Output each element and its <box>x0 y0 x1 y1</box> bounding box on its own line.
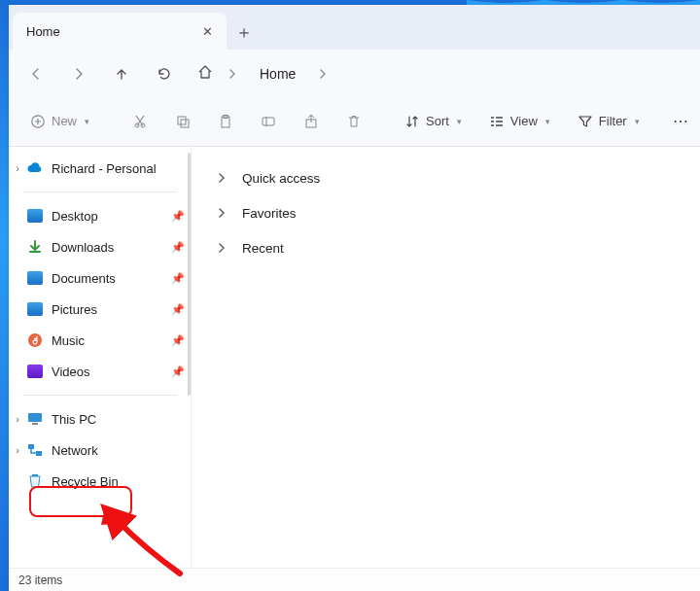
chevron-down-icon: ▾ <box>545 117 550 126</box>
download-icon <box>26 238 44 256</box>
sidebar-scrollbar[interactable] <box>188 153 191 396</box>
sidebar-item-label: Documents <box>52 271 116 286</box>
tab-close-icon[interactable]: ✕ <box>202 24 213 39</box>
chevron-right-icon[interactable] <box>215 173 228 183</box>
copy-icon <box>175 114 191 129</box>
explorer-window: Home ✕ ＋ Home <box>9 5 700 591</box>
pin-icon: 📌 <box>171 210 185 223</box>
sidebar-item-label: Richard - Personal <box>52 161 157 176</box>
share-button[interactable] <box>294 105 329 138</box>
section-recent[interactable]: Recent <box>201 230 690 265</box>
tab-home[interactable]: Home ✕ <box>13 13 227 50</box>
sidebar-item-downloads[interactable]: Downloads 📌 <box>9 231 191 262</box>
svg-rect-13 <box>36 451 42 456</box>
sidebar-item-network[interactable]: › Network <box>9 435 191 466</box>
svg-rect-12 <box>28 444 34 449</box>
svg-rect-3 <box>178 117 186 124</box>
section-favorites[interactable]: Favorites <box>201 195 690 230</box>
section-label: Quick access <box>242 171 320 186</box>
chevron-down-icon: ▾ <box>635 117 640 126</box>
new-tab-button[interactable]: ＋ <box>227 15 262 50</box>
sidebar-item-label: Network <box>52 443 98 458</box>
svg-rect-10 <box>28 413 42 422</box>
tab-title: Home <box>26 24 194 39</box>
arrow-up-icon <box>114 66 129 82</box>
sidebar-item-music[interactable]: Music 📌 <box>9 325 191 356</box>
pc-icon <box>26 410 44 428</box>
paste-button[interactable] <box>208 105 243 138</box>
back-button[interactable] <box>17 56 55 91</box>
refresh-icon <box>157 66 172 82</box>
navigation-pane: › Richard - Personal Desktop 📌 Downloads… <box>9 147 192 568</box>
trash-icon <box>346 114 362 129</box>
breadcrumb-location[interactable]: Home <box>252 66 303 82</box>
view-button[interactable]: View ▾ <box>479 105 560 138</box>
nav-bar: Home <box>9 50 700 96</box>
sidebar-item-label: Videos <box>52 365 90 379</box>
chevron-right-icon[interactable]: › <box>11 413 24 425</box>
command-bar: New ▾ Sort ▾ View ▾ Filter ▾ ⋯ <box>9 96 700 147</box>
sort-label: Sort <box>426 114 449 128</box>
cut-icon <box>132 114 148 129</box>
sidebar-item-desktop[interactable]: Desktop 📌 <box>9 200 191 231</box>
pin-icon: 📌 <box>171 334 185 347</box>
pin-icon: 📌 <box>171 365 185 378</box>
chevron-right-icon[interactable] <box>215 243 228 253</box>
view-icon <box>489 114 505 129</box>
sidebar-item-recycle-bin[interactable]: Recycle Bin <box>9 466 191 497</box>
sidebar-item-label: Pictures <box>52 302 97 317</box>
sidebar-divider <box>22 395 177 396</box>
filter-label: Filter <box>599 114 627 128</box>
sidebar-item-documents[interactable]: Documents 📌 <box>9 262 191 294</box>
chevron-down-icon: ▾ <box>85 117 89 126</box>
chevron-down-icon: ▾ <box>457 117 462 126</box>
svg-rect-7 <box>262 118 274 125</box>
home-icon <box>197 64 213 84</box>
pin-icon: 📌 <box>171 241 185 254</box>
sidebar-item-onedrive[interactable]: › Richard - Personal <box>9 153 191 184</box>
sidebar-item-label: Recycle Bin <box>52 474 119 489</box>
sidebar-item-videos[interactable]: Videos 📌 <box>9 356 191 387</box>
arrow-right-icon <box>71 66 87 82</box>
cut-button[interactable] <box>122 105 158 138</box>
view-label: View <box>510 114 538 128</box>
sort-icon <box>404 114 420 129</box>
sidebar-item-label: This PC <box>52 412 96 427</box>
recycle-bin-icon <box>26 472 44 490</box>
forward-button[interactable] <box>59 56 98 91</box>
sort-button[interactable]: Sort ▾ <box>395 105 472 138</box>
section-quick-access[interactable]: Quick access <box>201 160 690 195</box>
pin-icon: 📌 <box>171 272 185 285</box>
chevron-right-icon[interactable] <box>215 208 228 218</box>
address-bar[interactable]: Home <box>188 64 331 84</box>
chevron-right-icon[interactable]: › <box>11 444 24 456</box>
pin-icon: 📌 <box>171 303 185 316</box>
rename-button[interactable] <box>251 105 286 138</box>
network-icon <box>26 441 44 459</box>
delete-button[interactable] <box>336 105 371 138</box>
chevron-right-icon[interactable] <box>315 69 331 79</box>
chevron-right-icon <box>225 69 240 79</box>
chevron-right-icon[interactable]: › <box>11 162 24 174</box>
sidebar-item-label: Desktop <box>52 209 98 224</box>
new-button[interactable]: New ▾ <box>20 105 99 138</box>
pictures-icon <box>26 300 44 318</box>
content-pane: Quick access Favorites Recent <box>192 147 700 568</box>
copy-button[interactable] <box>165 105 200 138</box>
status-bar: 23 items <box>9 568 700 591</box>
explorer-body: › Richard - Personal Desktop 📌 Downloads… <box>9 147 700 568</box>
sidebar-item-pictures[interactable]: Pictures 📌 <box>9 294 191 325</box>
refresh-button[interactable] <box>145 56 184 91</box>
status-item-count: 23 items <box>18 574 62 587</box>
sidebar-item-label: Downloads <box>52 240 114 255</box>
music-icon <box>26 331 44 349</box>
more-button[interactable]: ⋯ <box>673 112 690 130</box>
svg-rect-11 <box>32 423 38 425</box>
sidebar-item-this-pc[interactable]: › This PC <box>9 403 191 435</box>
desktop-icon <box>26 207 44 225</box>
filter-button[interactable]: Filter ▾ <box>568 105 649 138</box>
rename-icon <box>261 114 276 129</box>
section-label: Favorites <box>242 206 297 221</box>
up-button[interactable] <box>102 56 141 91</box>
sidebar-divider <box>22 191 177 192</box>
